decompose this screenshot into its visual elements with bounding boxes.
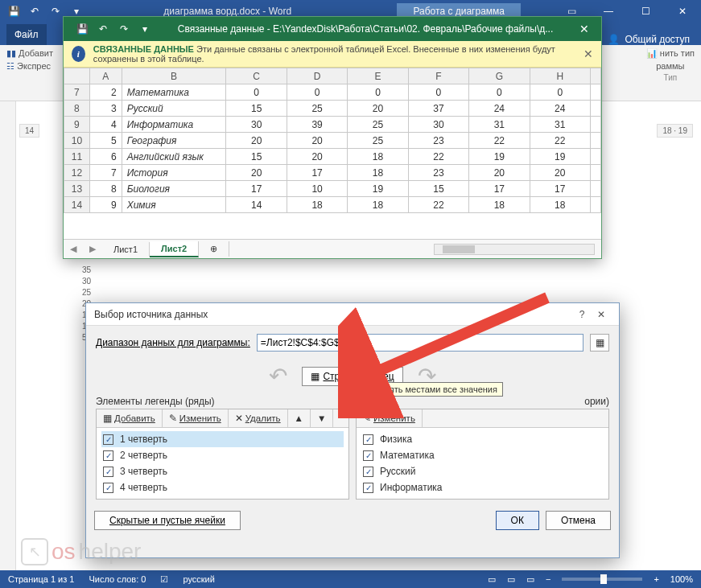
- cell[interactable]: [591, 133, 601, 149]
- column-header[interactable]: B: [122, 68, 226, 84]
- cell[interactable]: 18: [348, 165, 408, 181]
- cell[interactable]: 2: [89, 84, 122, 101]
- cell[interactable]: История: [122, 165, 226, 181]
- sheet-add-icon[interactable]: ⊕: [199, 241, 229, 257]
- cell[interactable]: 15: [226, 149, 287, 165]
- cell[interactable]: 22: [408, 197, 468, 213]
- cell[interactable]: 24: [469, 101, 530, 117]
- print-layout-icon[interactable]: ▭: [507, 574, 515, 585]
- zoom-level[interactable]: 100%: [670, 574, 693, 584]
- table-row[interactable]: 12 7 История 20 17 18 23 20 20: [64, 165, 601, 181]
- cell[interactable]: 25: [348, 117, 408, 133]
- cell[interactable]: 20: [226, 165, 287, 181]
- categories-edit-button[interactable]: ✎ Изменить: [357, 409, 423, 427]
- sheet-tab-2[interactable]: Лист2: [150, 241, 199, 257]
- word-count[interactable]: Число слов: 0: [89, 574, 146, 584]
- series-item[interactable]: ✓2 четверть: [101, 447, 344, 463]
- cell[interactable]: 19: [469, 149, 530, 165]
- cell[interactable]: 31: [469, 117, 530, 133]
- checkbox[interactable]: ✓: [103, 450, 113, 461]
- cell[interactable]: 20: [530, 165, 590, 181]
- row-header[interactable]: 9: [64, 117, 90, 133]
- file-tab[interactable]: Файл: [6, 24, 47, 45]
- column-header[interactable]: [64, 68, 90, 84]
- cell[interactable]: 0: [408, 84, 468, 101]
- cell[interactable]: География: [122, 133, 226, 149]
- category-item[interactable]: ✓Математика: [361, 447, 604, 463]
- series-edit-button[interactable]: ✎ Изменить: [163, 409, 229, 427]
- undo-icon[interactable]: ↶: [26, 2, 43, 20]
- checkbox[interactable]: ✓: [363, 450, 373, 461]
- table-row[interactable]: 13 8 Биология 17 10 19 15 17 17: [64, 181, 601, 197]
- language-status[interactable]: русский: [183, 574, 214, 584]
- checkbox[interactable]: ✓: [363, 434, 373, 445]
- cell[interactable]: 10: [287, 181, 347, 197]
- cell[interactable]: 20: [469, 165, 530, 181]
- cell[interactable]: [591, 165, 601, 181]
- cell[interactable]: 0: [226, 84, 287, 101]
- cancel-button[interactable]: Отмена: [546, 511, 611, 530]
- cell[interactable]: 7: [89, 165, 122, 181]
- cell[interactable]: 3: [89, 101, 122, 117]
- cell[interactable]: 4: [89, 117, 122, 133]
- read-mode-icon[interactable]: ▭: [488, 574, 496, 585]
- cell[interactable]: Русский: [122, 101, 226, 117]
- cell[interactable]: 17: [469, 181, 530, 197]
- excel-close-icon[interactable]: ✕: [572, 23, 596, 35]
- cell[interactable]: 18: [469, 197, 530, 213]
- sheet-tab-1[interactable]: Лист1: [102, 242, 150, 257]
- cell[interactable]: [591, 84, 601, 101]
- series-item[interactable]: ✓4 четверть: [101, 479, 344, 495]
- cell[interactable]: 39: [287, 117, 347, 133]
- checkbox[interactable]: ✓: [103, 467, 113, 477]
- range-picker-icon[interactable]: ▦: [590, 334, 609, 352]
- cell[interactable]: 23: [408, 133, 468, 149]
- cell[interactable]: [591, 197, 601, 213]
- column-header[interactable]: F: [408, 68, 468, 84]
- column-header[interactable]: G: [469, 68, 530, 84]
- cell[interactable]: 9: [89, 197, 122, 213]
- cell[interactable]: 5: [89, 133, 122, 149]
- close-icon[interactable]: ✕: [664, 0, 701, 23]
- cell[interactable]: [591, 149, 601, 165]
- row-header[interactable]: 11: [64, 149, 90, 165]
- cell[interactable]: 22: [530, 133, 590, 149]
- cell[interactable]: 19: [530, 149, 590, 165]
- row-header[interactable]: 8: [64, 101, 90, 117]
- category-item[interactable]: ✓Русский: [361, 463, 604, 479]
- checkbox[interactable]: ✓: [103, 483, 113, 493]
- cell[interactable]: 6: [89, 149, 122, 165]
- cell[interactable]: 19: [348, 181, 408, 197]
- cell[interactable]: 15: [226, 101, 287, 117]
- sheet-scroll-area[interactable]: ABCDEFGH 7 2 Математика 0 0 0 0 0 0 8 3 …: [64, 68, 601, 239]
- cell[interactable]: 0: [348, 84, 408, 101]
- cell[interactable]: [591, 181, 601, 197]
- series-move-up-icon[interactable]: ▲: [288, 409, 311, 427]
- category-item[interactable]: ✓Физика: [361, 431, 604, 447]
- cell[interactable]: 15: [408, 181, 468, 197]
- category-item[interactable]: ✓Информатика: [361, 479, 604, 495]
- redo-icon[interactable]: ↷: [47, 2, 64, 20]
- excel-qat-more-icon[interactable]: ▾: [136, 20, 154, 38]
- cell[interactable]: 0: [530, 84, 590, 101]
- cell[interactable]: 22: [469, 133, 530, 149]
- table-row[interactable]: 10 5 География 20 20 25 23 22 22: [64, 133, 601, 149]
- cell[interactable]: [591, 117, 601, 133]
- cell[interactable]: Биология: [122, 181, 226, 197]
- table-row[interactable]: 14 9 Химия 14 18 18 22 18 18: [64, 197, 601, 213]
- column-header[interactable]: E: [348, 68, 408, 84]
- cell[interactable]: Математика: [122, 84, 226, 101]
- row-header[interactable]: 13: [64, 181, 90, 197]
- cell[interactable]: 20: [287, 149, 347, 165]
- column-header[interactable]: [591, 68, 601, 84]
- series-item[interactable]: ✓1 четверть: [101, 431, 344, 447]
- series-move-down-icon[interactable]: ▼: [311, 409, 333, 427]
- column-header[interactable]: C: [226, 68, 287, 84]
- cell[interactable]: 23: [408, 165, 468, 181]
- cell[interactable]: 24: [530, 101, 590, 117]
- series-item[interactable]: ✓3 четверть: [101, 463, 344, 479]
- cell[interactable]: Химия: [122, 197, 226, 213]
- cell[interactable]: 20: [348, 101, 408, 117]
- series-remove-button[interactable]: ✕ Удалить: [229, 409, 288, 427]
- cell[interactable]: 25: [287, 101, 347, 117]
